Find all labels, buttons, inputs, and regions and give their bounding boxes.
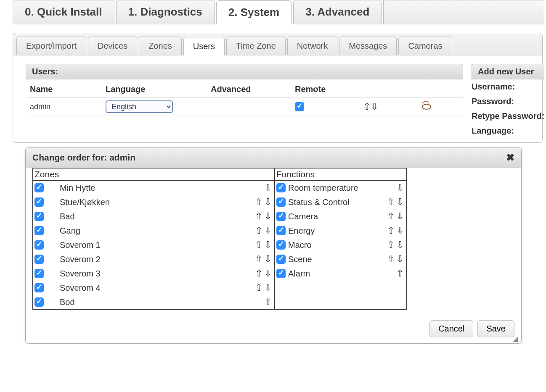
move-down-icon[interactable]: ⇩ <box>263 211 273 221</box>
move-down-icon[interactable]: ⇩ <box>263 197 273 207</box>
move-up-icon[interactable]: ⇧ <box>254 268 263 279</box>
move-down-icon[interactable]: ⇩ <box>263 268 273 279</box>
zone-row: Bod⇧ <box>33 295 274 309</box>
zone-label: Soverom 3 <box>46 269 247 279</box>
sub-tab-messages[interactable]: Messages <box>339 37 397 55</box>
function-checkbox[interactable] <box>276 183 286 192</box>
function-checkbox[interactable] <box>276 226 286 235</box>
move-up-icon[interactable]: ⇧ <box>254 239 263 250</box>
save-button[interactable]: Save <box>477 320 514 337</box>
col-remote: Remote <box>291 79 358 98</box>
col-name: Name <box>26 79 101 98</box>
move-down-icon[interactable]: ⇩ <box>263 225 273 236</box>
zone-checkbox[interactable] <box>34 269 44 278</box>
zone-checkbox[interactable] <box>34 297 44 307</box>
move-down-icon[interactable]: ⇩ <box>395 239 405 250</box>
function-row: Room temperature⇩ <box>275 181 406 195</box>
user-row-admin: admin English ⇧⇩ <box>26 98 463 116</box>
main-tab-bar: 0. Quick Install 1. Diagnostics 2. Syste… <box>13 0 546 24</box>
zone-row: Bad⇧⇩ <box>33 209 274 224</box>
move-down-icon[interactable]: ⇩ <box>263 254 273 264</box>
cancel-button[interactable]: Cancel <box>429 320 473 337</box>
zone-row: Soverom 4⇧⇩ <box>33 281 274 295</box>
col-language: Language <box>101 79 207 98</box>
sub-tab-cameras[interactable]: Cameras <box>398 37 452 55</box>
move-up-icon[interactable]: ⇧ <box>254 254 263 264</box>
label-language: Language: <box>472 124 544 138</box>
move-down-icon[interactable]: ⇩ <box>395 225 405 236</box>
move-down-icon[interactable]: ⇩ <box>263 239 273 250</box>
reorder-icon[interactable]: ⇧⇩ <box>362 101 379 112</box>
col-advanced: Advanced <box>207 79 291 98</box>
function-checkbox[interactable] <box>276 240 286 250</box>
move-down-icon[interactable]: ⇩ <box>263 182 273 193</box>
zone-label: Gang <box>46 226 247 236</box>
language-select[interactable]: English <box>106 100 173 113</box>
move-down-icon[interactable]: ⇩ <box>395 197 405 207</box>
sub-tab-zones[interactable]: Zones <box>139 37 182 55</box>
sub-tab-network[interactable]: Network <box>287 37 337 55</box>
users-section-title: Users: <box>26 64 463 79</box>
zone-checkbox[interactable] <box>34 240 44 250</box>
user-name: admin <box>26 98 101 116</box>
zone-row: Min Hytte⇩ <box>33 181 274 195</box>
zone-checkbox[interactable] <box>34 226 44 235</box>
sub-tab-users[interactable]: Users <box>183 37 225 55</box>
move-up-icon[interactable]: ⇧ <box>386 211 395 221</box>
move-down-icon[interactable]: ⇩ <box>395 254 405 264</box>
zone-label: Soverom 2 <box>46 255 247 264</box>
function-checkbox[interactable] <box>276 255 286 264</box>
function-row: Alarm⇧ <box>275 266 406 281</box>
move-up-icon[interactable]: ⇧ <box>254 211 263 221</box>
move-up-icon[interactable]: ⇧ <box>386 254 395 264</box>
sub-tab-export-import[interactable]: Export/Import <box>16 37 86 55</box>
move-up-icon[interactable]: ⇧ <box>386 197 395 207</box>
zone-checkbox[interactable] <box>34 197 44 207</box>
move-up-icon[interactable]: ⇧ <box>254 225 263 236</box>
move-up-icon[interactable]: ⇧ <box>395 268 405 279</box>
zone-label: Soverom 4 <box>46 283 247 293</box>
sub-tab-bar: Export/Import Devices Zones Users Time Z… <box>13 33 542 55</box>
zones-list: Zones Min Hytte⇩Stue/Kjøkken⇧⇩Bad⇧⇩Gang⇧… <box>33 168 275 309</box>
resize-grip-icon[interactable]: ◢ <box>513 335 520 342</box>
move-up-icon[interactable]: ⇧ <box>386 239 395 250</box>
functions-list-title: Functions <box>275 168 406 181</box>
main-tab-filler <box>383 0 544 24</box>
function-label: Macro <box>288 240 379 250</box>
zone-row: Soverom 3⇧⇩ <box>33 266 274 281</box>
move-up-icon[interactable]: ⇧ <box>254 282 263 293</box>
function-row: Scene⇧⇩ <box>275 252 406 266</box>
function-row: Status & Control⇧⇩ <box>275 195 406 209</box>
function-label: Scene <box>288 255 379 264</box>
main-tab-diagnostics[interactable]: 1. Diagnostics <box>116 0 215 24</box>
sub-tab-devices[interactable]: Devices <box>88 37 137 55</box>
zone-checkbox[interactable] <box>34 283 44 292</box>
function-checkbox[interactable] <box>276 269 286 278</box>
function-row: Energy⇧⇩ <box>275 224 406 238</box>
move-up-icon[interactable]: ⇧ <box>386 225 395 236</box>
remote-checkbox[interactable] <box>295 102 304 111</box>
main-tab-quick-install[interactable]: 0. Quick Install <box>13 0 114 24</box>
function-row: Macro⇧⇩ <box>275 238 406 252</box>
close-icon[interactable]: ✖ <box>506 152 514 163</box>
move-down-icon[interactable]: ⇩ <box>263 282 273 293</box>
functions-list: Functions Room temperature⇩Status & Cont… <box>275 168 406 309</box>
zone-row: Gang⇧⇩ <box>33 224 274 238</box>
label-retype-password: Retype Password: <box>472 109 544 124</box>
move-up-icon[interactable]: ⇧ <box>263 297 273 307</box>
function-checkbox[interactable] <box>276 197 286 207</box>
main-tab-system[interactable]: 2. System <box>216 0 292 24</box>
dialog-title: Change order for: admin <box>32 153 135 163</box>
function-checkbox[interactable] <box>276 212 286 221</box>
move-up-icon[interactable]: ⇧ <box>254 197 263 207</box>
main-tab-advanced[interactable]: 3. Advanced <box>293 0 382 24</box>
move-down-icon[interactable]: ⇩ <box>395 182 405 193</box>
edit-icon[interactable] <box>421 102 432 112</box>
system-panel: Export/Import Devices Zones Users Time Z… <box>13 33 543 143</box>
move-down-icon[interactable]: ⇩ <box>395 211 405 221</box>
sub-tab-time-zone[interactable]: Time Zone <box>226 37 286 55</box>
zone-checkbox[interactable] <box>34 183 44 192</box>
zone-checkbox[interactable] <box>34 255 44 264</box>
zone-checkbox[interactable] <box>34 212 44 221</box>
zone-label: Soverom 1 <box>46 240 247 250</box>
